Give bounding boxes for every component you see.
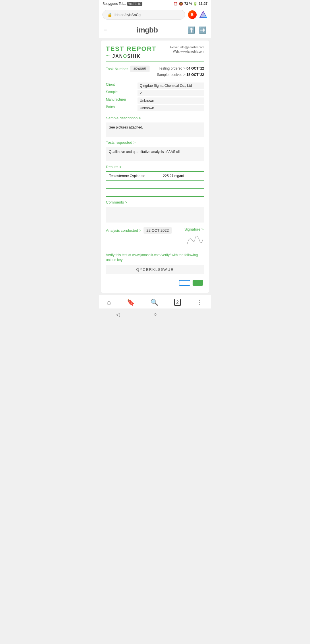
sample-received-row: Sample received > 18 OCT '22 [157, 72, 204, 78]
analysis-date: 22 OCT 2022 [144, 227, 172, 234]
sample-desc-content: See pictures attached. [106, 122, 204, 137]
task-label: Task Number [106, 67, 128, 71]
signin-icon[interactable]: ➡️ [199, 26, 206, 34]
results-row-2 [106, 189, 204, 197]
testing-ordered-row: Testing ordered > 04 OCT '22 [157, 66, 204, 72]
contact-web: Web: www.janoshik.com [170, 49, 204, 54]
client-value: Qingdao Sigma Chemical Co., Ltd [137, 83, 204, 89]
logo-name: JANOSHIK [112, 54, 141, 59]
hamburger-menu[interactable]: ≡ [104, 27, 107, 33]
signature-image [183, 232, 205, 248]
manufacturer-label: Manufacturer [106, 97, 137, 104]
testing-ordered-date: 04 OCT '22 [186, 66, 204, 70]
imgbb-logo: imgbb [137, 26, 158, 34]
signal-label: VoLTE 4G [127, 2, 142, 6]
verify-text: Verify this test at www.janoshik.com/ver… [106, 253, 204, 262]
sample-received-date: 18 OCT '22 [186, 73, 204, 77]
status-right: ⏰ 🔕 73 % 🔋 11:27 [173, 2, 208, 6]
results-table: Testosterone Cypionate225.27 mg/ml [106, 171, 204, 197]
home-gesture-icon[interactable]: ○ [154, 311, 157, 317]
gesture-bar: ◁ ○ □ [99, 308, 211, 320]
contact-email: E-mail: info@janoshik.com [170, 45, 204, 49]
battery-icon: 🔋 [193, 2, 197, 6]
manufacturer-row: Manufacturer Unknown [106, 97, 204, 104]
results-compound-2 [106, 189, 160, 197]
svg-marker-1 [200, 11, 207, 18]
search-nav-icon[interactable]: 🔍 [150, 299, 158, 306]
contact-info: E-mail: info@janoshik.com Web: www.janos… [170, 45, 204, 54]
sample-label: Sample [106, 90, 137, 96]
mute-icon: 🔕 [179, 2, 183, 6]
client-label: Client [106, 83, 137, 89]
comments-label: Comments > [106, 200, 204, 204]
sample-received-label: Sample received > [157, 73, 185, 77]
address-bar: 🔒 ibb.co/sybSnCg B [99, 7, 211, 22]
batch-row: Batch Unknown [106, 105, 204, 111]
tabs-nav-icon: 2 [174, 299, 181, 306]
imgbb-header: ≡ imgbb ⬆️ ➡️ [99, 22, 211, 38]
results-label: Results > [106, 165, 204, 169]
signature-label-text: Signature > [184, 227, 204, 231]
dates-section: Testing ordered > 04 OCT '22 Sample rece… [157, 66, 204, 78]
results-row-1 [106, 181, 204, 189]
browser-icons: B [188, 10, 208, 19]
bookmark-nav-icon[interactable]: 🔖 [127, 299, 135, 306]
manufacturer-value: Unknown [137, 97, 204, 104]
results-compound-1 [106, 181, 160, 189]
report-header: TEST REPORT 〜 JANOSHIK E-mail: info@jano… [106, 45, 204, 59]
analysis-left: Analysis conducted > 22 OCT 2022 [106, 227, 172, 234]
lock-icon: 🔒 [107, 12, 112, 17]
client-info-table: Client Qingdao Sigma Chemical Co., Ltd S… [106, 83, 204, 111]
comments-box [106, 207, 204, 223]
url-input-area[interactable]: 🔒 ibb.co/sybSnCg [102, 10, 185, 20]
back-gesture-icon[interactable]: ◁ [116, 311, 120, 318]
verify-section: Verify this test at www.janoshik.com/ver… [106, 253, 204, 274]
status-left: Bouygues Tel... VoLTE 4G [102, 2, 142, 6]
document-wrapper: TEST REPORT 〜 JANOSHIK E-mail: info@jano… [101, 41, 209, 293]
task-number-section: Task Number #24685 [106, 66, 150, 72]
logo-wave-icon: 〜 [106, 53, 111, 59]
signature-section: Signature > [184, 227, 204, 247]
upload-icon[interactable]: ⬆️ [187, 26, 195, 34]
carrier-label: Bouygues Tel... [102, 2, 126, 6]
nav-bar: ⌂ 🔖 🔍 2 ⋮ [99, 295, 211, 308]
more-nav-icon[interactable]: ⋮ [197, 299, 203, 306]
report-title: TEST REPORT [106, 45, 156, 53]
sample-desc-label: Sample description > [106, 116, 204, 120]
testing-ordered-label: Testing ordered > [159, 66, 185, 70]
analysis-row: Analysis conducted > 22 OCT 2022 Signatu… [106, 227, 204, 247]
brave-icon[interactable]: B [188, 10, 197, 19]
recent-gesture-icon[interactable]: □ [191, 311, 194, 317]
analysis-label: Analysis conducted > [106, 228, 141, 233]
outline-button[interactable] [179, 280, 190, 286]
prism-icon[interactable] [199, 10, 208, 19]
tests-requested-content: Qualitative and quantitative analysis of… [106, 147, 204, 161]
battery-label: 73 % [184, 2, 192, 6]
verify-key: QYCERKL86WUE [106, 265, 204, 274]
tests-requested-label: Tests requested > [106, 140, 204, 145]
solid-button[interactable] [193, 280, 203, 286]
results-value-2 [160, 189, 204, 197]
results-value-1 [160, 181, 204, 189]
client-row: Client Qingdao Sigma Chemical Co., Ltd [106, 83, 204, 89]
alarm-icon: ⏰ [173, 2, 178, 6]
url-text: ibb.co/sybSnCg [115, 13, 141, 17]
sample-value: 2 [137, 90, 204, 96]
sample-row: Sample 2 [106, 90, 204, 96]
results-compound-0: Testosterone Cypionate [106, 172, 160, 181]
batch-label: Batch [106, 105, 137, 111]
home-nav-icon[interactable]: ⌂ [107, 299, 111, 306]
header-icons: ⬆️ ➡️ [187, 26, 206, 34]
status-bar: Bouygues Tel... VoLTE 4G ⏰ 🔕 73 % 🔋 11:2… [99, 0, 211, 7]
title-logo-group: TEST REPORT 〜 JANOSHIK [106, 45, 156, 59]
bottom-buttons [106, 278, 204, 288]
green-divider [106, 62, 204, 62]
task-value: #24685 [130, 66, 150, 72]
time-label: 11:27 [199, 2, 208, 6]
task-info: Task Number #24685 Testing ordered > 04 … [106, 66, 204, 78]
document-content: TEST REPORT 〜 JANOSHIK E-mail: info@jano… [101, 41, 209, 293]
tabs-nav-button[interactable]: 2 [174, 300, 181, 305]
results-row-0: Testosterone Cypionate225.27 mg/ml [106, 172, 204, 181]
batch-value: Unknown [137, 105, 204, 111]
results-value-0: 225.27 mg/ml [160, 172, 204, 181]
